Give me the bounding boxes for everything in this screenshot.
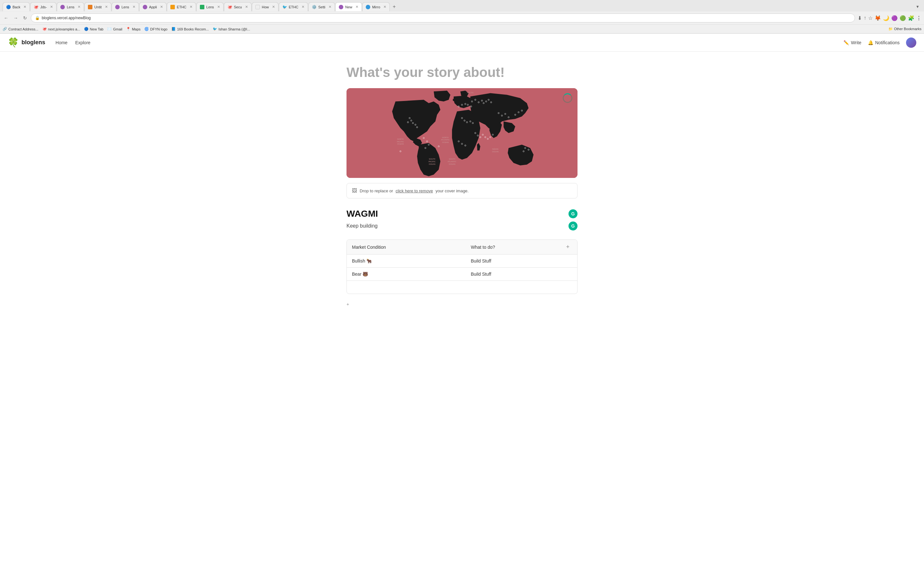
- bookmark-dfyn[interactable]: 🌀 DFYN logo: [144, 27, 168, 31]
- tab-favicon-ethc2: 🐦: [282, 5, 287, 9]
- tab-favicon-back: 🔵: [6, 5, 11, 9]
- g-icon-title: G: [569, 210, 577, 218]
- add-column-button[interactable]: +: [564, 243, 572, 250]
- write-button[interactable]: ✏️ Write: [843, 40, 861, 45]
- bookmark-maps[interactable]: 📍 Maps: [126, 27, 141, 31]
- table-cell-row2-col1[interactable]: Bear 🐻: [347, 268, 466, 281]
- address-bar-row: ← → ↻ 🔒 ⬇ ↑ ☆ 🦊 🌙 🟣 🟢 🧩 ⋮: [0, 11, 924, 24]
- download-icon[interactable]: ⬇: [858, 15, 862, 21]
- tab-favicon-ethc1: [170, 5, 175, 9]
- menu-icon[interactable]: ⋮: [916, 15, 921, 21]
- extension-icon-2[interactable]: 🟣: [891, 15, 898, 21]
- table-cell-row2-col2[interactable]: Build Stuff: [466, 268, 559, 281]
- extension-icon-3[interactable]: 🟢: [900, 15, 906, 21]
- nav-home[interactable]: Home: [55, 40, 67, 45]
- notifications-button[interactable]: 🔔 Notifications: [868, 40, 900, 45]
- tab-close-ethc1[interactable]: ✕: [190, 5, 192, 9]
- avatar[interactable]: [906, 37, 916, 48]
- bookmark-label-dfyn: DFYN logo: [150, 27, 168, 31]
- url-input[interactable]: [42, 16, 851, 20]
- tab-mirro[interactable]: Mirro ✕: [362, 2, 390, 11]
- tab-lens2[interactable]: Lens ✕: [111, 2, 139, 11]
- bookmark-gmail[interactable]: ✉️ Gmail: [107, 27, 122, 31]
- forward-button[interactable]: →: [12, 14, 19, 22]
- tab-close-lens1[interactable]: ✕: [78, 5, 81, 9]
- new-tab-button[interactable]: +: [390, 4, 398, 10]
- share-icon[interactable]: ↑: [864, 15, 866, 21]
- tab-close-back[interactable]: ✕: [23, 5, 26, 9]
- tab-ethc1[interactable]: ETHC ✕: [167, 2, 196, 11]
- tab-back[interactable]: 🔵 Back ✕: [3, 2, 30, 11]
- nav-explore[interactable]: Explore: [75, 40, 90, 45]
- tab-title-back: Back: [13, 5, 20, 9]
- bookmark-ishan[interactable]: 🐦 Ishan Sharma (@I...: [213, 27, 250, 31]
- tab-close-appli[interactable]: ✕: [160, 5, 163, 9]
- add-row-button[interactable]: +: [347, 299, 349, 309]
- table-cell-row1-col1[interactable]: Bullish 🐂: [347, 255, 466, 268]
- tab-how[interactable]: How ✕: [252, 2, 278, 11]
- tab-close-jds[interactable]: ✕: [50, 5, 53, 9]
- tab-close-new[interactable]: ✕: [355, 5, 359, 9]
- remove-cover-link[interactable]: click here to remove: [396, 189, 433, 193]
- tab-untit[interactable]: Untit ✕: [84, 2, 111, 11]
- tab-bar: 🔵 Back ✕ 🐙 Jds- ✕ Lens ✕ Untit ✕ Lens ✕ …: [0, 0, 924, 11]
- bookmark-favicon-dfyn: 🌀: [144, 27, 149, 31]
- cover-drop-zone[interactable]: 🖼 Drop to replace or click here to remov…: [347, 183, 577, 198]
- tab-setti[interactable]: ⚙️ Setti ✕: [309, 2, 335, 11]
- logo[interactable]: 🍀 bloglens: [8, 37, 45, 48]
- bookmark-nextjs[interactable]: 🐙 next.js/examples a...: [42, 27, 80, 31]
- tab-appli[interactable]: Appli ✕: [139, 2, 166, 11]
- bookmark-contract[interactable]: 🔗 Contract Address...: [3, 27, 39, 31]
- tab-favicon-untit: [88, 5, 92, 9]
- tab-lens3[interactable]: Lens ✕: [196, 2, 224, 11]
- tab-close-mirro[interactable]: ✕: [383, 5, 386, 9]
- bookmark-favicon-ishan: 🐦: [213, 27, 217, 31]
- svg-point-52: [480, 137, 481, 138]
- table-cell-empty2[interactable]: [466, 281, 559, 294]
- tab-title-jds: Jds-: [40, 5, 47, 9]
- table-cell-row1-col2[interactable]: Build Stuff: [466, 255, 559, 268]
- svg-point-34: [423, 137, 425, 139]
- tab-favicon-how: [255, 5, 260, 9]
- bookmark-books[interactable]: 📘 169 Books Recom...: [171, 27, 209, 31]
- bookmark-label-newtab: New Tab: [90, 27, 103, 31]
- bookmark-favicon-contract: 🔗: [3, 27, 7, 31]
- tab-lens1[interactable]: Lens ✕: [57, 2, 84, 11]
- tab-close-untit[interactable]: ✕: [105, 5, 108, 9]
- tab-overflow[interactable]: ▼: [914, 5, 921, 9]
- tab-title-lens1: Lens: [67, 5, 74, 9]
- blog-subtitle-text[interactable]: Keep building: [347, 223, 378, 229]
- nav-right: ✏️ Write 🔔 Notifications: [843, 37, 916, 48]
- tab-close-ethc2[interactable]: ✕: [302, 5, 304, 9]
- tab-ethc2[interactable]: 🐦 ETHC ✕: [279, 2, 308, 11]
- back-button[interactable]: ←: [3, 14, 10, 22]
- bookmark-label-gmail: Gmail: [113, 27, 122, 31]
- tab-close-lens2[interactable]: ✕: [132, 5, 136, 9]
- tab-close-secu[interactable]: ✕: [245, 5, 248, 9]
- tab-secu[interactable]: 🐙 Secu ✕: [224, 2, 252, 11]
- tab-close-lens3[interactable]: ✕: [217, 5, 220, 9]
- tab-close-setti[interactable]: ✕: [328, 5, 331, 9]
- extension-icon-4[interactable]: 🧩: [908, 15, 914, 21]
- page-title[interactable]: What's your story about!: [347, 64, 577, 81]
- other-bookmarks[interactable]: 📁 Other Bookmarks: [888, 27, 921, 31]
- table-cell-empty1[interactable]: [347, 281, 466, 294]
- logo-icon: 🍀: [8, 37, 19, 48]
- tab-close-how[interactable]: ✕: [272, 5, 275, 9]
- profile-icon[interactable]: 🦊: [875, 15, 881, 21]
- tab-jds[interactable]: 🐙 Jds- ✕: [30, 2, 57, 11]
- extension-icon-1[interactable]: 🌙: [883, 15, 889, 21]
- bookmark-newtab[interactable]: 🔵 New Tab: [84, 27, 103, 31]
- write-label: Write: [851, 40, 861, 45]
- bookmark-label-nextjs: next.js/examples a...: [48, 27, 80, 31]
- browser-chrome: 🔵 Back ✕ 🐙 Jds- ✕ Lens ✕ Untit ✕ Lens ✕ …: [0, 0, 924, 34]
- bookmark-label-books: 169 Books Recom...: [177, 27, 209, 31]
- reload-button[interactable]: ↻: [22, 14, 28, 22]
- main-content: What's your story about!: [340, 52, 584, 322]
- tab-new[interactable]: New ✕: [335, 2, 362, 11]
- cover-image-container[interactable]: NORTH PACIFIC OCEAN NORTH ATLANTIC OCEAN…: [347, 88, 577, 178]
- bookmark-star-icon[interactable]: ☆: [868, 15, 873, 21]
- bookmark-favicon-maps: 📍: [126, 27, 131, 31]
- blog-title-text[interactable]: WAGMI: [347, 209, 378, 219]
- address-bar[interactable]: 🔒: [31, 13, 855, 23]
